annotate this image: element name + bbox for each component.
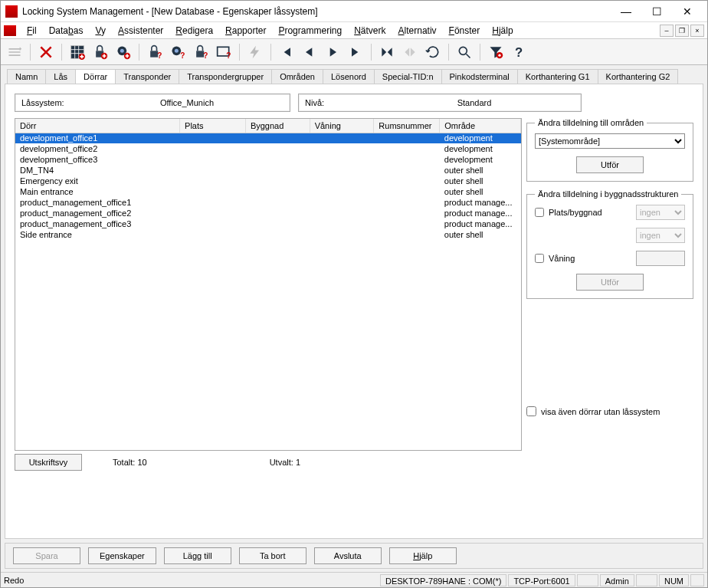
table-row[interactable]: Main entranceouter shell [15, 186, 521, 197]
table-row[interactable]: development_office1development [15, 133, 521, 143]
toolbar-window-help-icon[interactable]: ? [213, 41, 234, 63]
toolbar: ? ? ? ? ? [1, 39, 707, 65]
toolbar-refresh-icon[interactable] [422, 41, 444, 63]
system-area-select[interactable]: [Systemområde] [535, 133, 685, 149]
col-byggnad[interactable]: Byggnad [245, 119, 310, 133]
table-row[interactable]: DM_TN4outer shell [15, 165, 521, 176]
totalt-text: Totalt: 10 [113, 458, 147, 467]
svg-point-5 [120, 48, 124, 52]
menu-alternativ[interactable]: Alternativ [392, 24, 443, 38]
menu-vy[interactable]: Vy [89, 24, 112, 38]
menu-assistenter[interactable]: Assistenter [112, 24, 169, 38]
table-row[interactable]: Side entranceouter shell [15, 229, 521, 240]
lassystem-value: Office_Munich [90, 98, 284, 107]
area-group-legend: Ändra tilldelning till områden [535, 118, 647, 127]
tab-d-rrar[interactable]: Dörrar [75, 69, 116, 84]
toolbar-next-icon[interactable] [322, 41, 343, 63]
svg-text:?: ? [515, 44, 523, 59]
toolbar-grid-icon[interactable] [67, 41, 88, 63]
menu-databas[interactable]: Databas [43, 24, 90, 38]
utvalt-text: Utvalt: 1 [270, 458, 300, 467]
tab-transponder[interactable]: Transponder [115, 69, 179, 84]
tab-transpondergrupper[interactable]: Transpondergrupper [179, 69, 272, 84]
toolbar-first-icon[interactable] [276, 41, 297, 63]
toolbar-filter-gear-icon[interactable] [485, 41, 506, 63]
show-doors-label: visa även dörrar utan låssystem [541, 407, 660, 416]
toolbar-tag-help-icon[interactable]: ? [167, 41, 188, 63]
mdi-restore[interactable]: ❐ [675, 25, 689, 37]
table-row[interactable]: Emergency exitouter shell [15, 176, 521, 186]
svg-text:?: ? [203, 51, 208, 60]
maximize-button[interactable]: ☐ [641, 2, 672, 21]
svg-point-16 [459, 47, 467, 54]
menu-redigera[interactable]: Redigera [169, 24, 219, 38]
menu-hjalp[interactable]: Hjälp [486, 24, 519, 38]
tab-omr-den[interactable]: Områden [271, 69, 323, 84]
plats-byggnad-checkbox[interactable] [535, 208, 544, 217]
tab-namn[interactable]: Namn [7, 69, 46, 84]
minimize-button[interactable]: — [611, 2, 641, 21]
window-title: Locking System Management - [New Databas… [22, 6, 611, 17]
toolbar-lock-add-icon[interactable] [90, 41, 111, 63]
mdi-minimize[interactable]: – [660, 25, 674, 37]
table-row[interactable]: development_office2development [15, 143, 521, 154]
tab-l-s[interactable]: Lås [45, 69, 76, 84]
close-button[interactable]: ✕ [672, 2, 703, 21]
col-område[interactable]: Område [440, 119, 521, 133]
hjalp-button[interactable]: Hjälp [389, 547, 457, 564]
menu-bar: Fil Databas Vy Assistenter Redigera Rapp… [1, 22, 707, 39]
toolbar-lock-help2-icon[interactable]: ? [190, 41, 211, 63]
egenskaper-button[interactable]: Egenskaper [88, 547, 156, 564]
svg-text:?: ? [226, 51, 231, 60]
toolbar-tag-add-icon[interactable] [113, 41, 134, 63]
toolbar-last-icon[interactable] [345, 41, 366, 63]
content-panel: Låssystem: Office_Munich Nivå: Standard … [5, 84, 703, 539]
byggnad-select: ingen [636, 228, 685, 243]
niva-box: Nivå: Standard [298, 94, 582, 112]
table-row[interactable]: product_management_office2product manage… [15, 208, 521, 218]
app-icon [5, 5, 18, 18]
toolbar-collapse-icon[interactable] [376, 41, 398, 63]
col-dörr[interactable]: Dörr [15, 119, 180, 133]
menu-fonster[interactable]: Fönster [443, 24, 487, 38]
utfor-area-button[interactable]: Utför [576, 156, 644, 173]
tab-special-tid-n[interactable]: Special-TID:n [374, 69, 442, 84]
vaning-checkbox[interactable] [535, 254, 544, 263]
toolbar-login-icon[interactable] [4, 41, 25, 63]
avsluta-button[interactable]: Avsluta [314, 547, 382, 564]
col-plats[interactable]: Plats [180, 119, 246, 133]
status-bar: Redo DESKTOP-789HANE : COM(*) TCP-Port:6… [1, 572, 707, 587]
tab-l-senord[interactable]: Lösenord [323, 69, 375, 84]
toolbar-prev-icon[interactable] [299, 41, 320, 63]
status-redo: Redo [4, 576, 24, 585]
col-rumsnummer[interactable]: Rumsnummer [374, 119, 440, 133]
toolbar-lock-help-icon[interactable]: ? [144, 41, 166, 63]
table-row[interactable]: development_office3development [15, 154, 521, 165]
show-doors-checkbox[interactable] [526, 406, 536, 416]
svg-point-10 [175, 48, 179, 52]
col-våning[interactable]: Våning [310, 119, 374, 133]
menu-programmering[interactable]: Programmering [272, 24, 348, 38]
toolbar-help-icon[interactable]: ? [508, 41, 529, 63]
laggtill-button[interactable]: Lägg till [164, 547, 231, 564]
toolbar-flash-icon[interactable] [244, 41, 266, 63]
doors-table-wrap[interactable]: DörrPlatsByggnadVåningRumsnummerOmråde d… [15, 118, 522, 451]
tab-korthantering-g2[interactable]: Korthantering G2 [598, 69, 679, 84]
toolbar-cancel-icon[interactable] [35, 41, 57, 63]
menu-rapporter[interactable]: Rapporter [219, 24, 272, 38]
utskriftsvy-button[interactable]: Utskriftsvy [15, 454, 82, 471]
toolbar-search-icon[interactable] [454, 41, 475, 63]
tabort-button[interactable]: Ta bort [239, 547, 306, 564]
spara-button: Spara [13, 547, 80, 564]
menu-natverk[interactable]: Nätverk [348, 24, 392, 38]
table-row[interactable]: product_management_office3product manage… [15, 218, 521, 229]
tab-pinkodsterminal[interactable]: Pinkodsterminal [441, 69, 518, 84]
building-group-legend: Ändra tilldelning i byggnadsstrukturen [535, 189, 681, 199]
toolbar-expand-icon[interactable] [399, 41, 421, 63]
mdi-close[interactable]: × [690, 25, 704, 37]
menu-fil[interactable]: Fil [21, 24, 43, 38]
svg-text:?: ? [180, 51, 185, 60]
status-empty3 [690, 574, 704, 586]
tab-korthantering-g1[interactable]: Korthantering G1 [517, 69, 598, 84]
table-row[interactable]: product_management_office1product manage… [15, 197, 521, 208]
